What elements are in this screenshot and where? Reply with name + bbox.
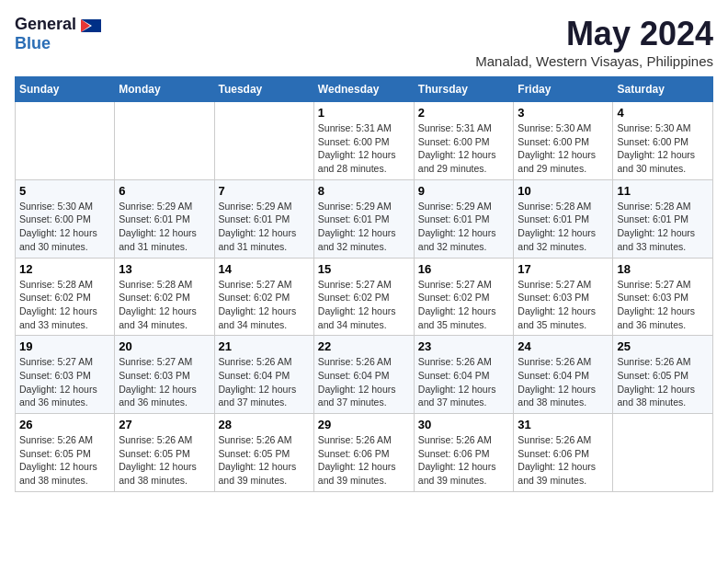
calendar-week-row: 26Sunrise: 5:26 AM Sunset: 6:05 PM Dayli… <box>16 414 713 492</box>
calendar-cell: 19Sunrise: 5:27 AM Sunset: 6:03 PM Dayli… <box>16 336 115 414</box>
day-info: Sunrise: 5:26 AM Sunset: 6:05 PM Dayligh… <box>219 433 310 488</box>
day-info: Sunrise: 5:26 AM Sunset: 6:04 PM Dayligh… <box>318 355 410 409</box>
day-info: Sunrise: 5:30 AM Sunset: 6:00 PM Dayligh… <box>617 121 709 176</box>
day-number: 17 <box>518 262 609 276</box>
day-number: 10 <box>518 184 609 198</box>
calendar-week-row: 12Sunrise: 5:28 AM Sunset: 6:02 PM Dayli… <box>16 258 713 336</box>
day-info: Sunrise: 5:26 AM Sunset: 6:05 PM Dayligh… <box>617 355 709 409</box>
calendar-cell: 16Sunrise: 5:27 AM Sunset: 6:02 PM Dayli… <box>414 258 514 336</box>
calendar-header-tuesday: Tuesday <box>214 77 313 102</box>
calendar-cell: 13Sunrise: 5:28 AM Sunset: 6:02 PM Dayli… <box>115 258 214 336</box>
logo: General Blue <box>15 15 101 53</box>
day-number: 5 <box>19 184 110 198</box>
calendar-cell: 8Sunrise: 5:29 AM Sunset: 6:01 PM Daylig… <box>313 179 414 258</box>
calendar-cell: 25Sunrise: 5:26 AM Sunset: 6:05 PM Dayli… <box>613 336 713 414</box>
location-title: Manalad, Western Visayas, Philippines <box>475 53 713 69</box>
day-info: Sunrise: 5:27 AM Sunset: 6:02 PM Dayligh… <box>318 278 410 332</box>
day-number: 6 <box>119 184 210 198</box>
day-info: Sunrise: 5:26 AM Sunset: 6:06 PM Dayligh… <box>318 433 410 488</box>
day-info: Sunrise: 5:30 AM Sunset: 6:00 PM Dayligh… <box>518 121 609 176</box>
day-info: Sunrise: 5:31 AM Sunset: 6:00 PM Dayligh… <box>318 121 410 176</box>
day-info: Sunrise: 5:28 AM Sunset: 6:02 PM Dayligh… <box>19 278 110 332</box>
day-info: Sunrise: 5:27 AM Sunset: 6:03 PM Dayligh… <box>19 355 110 409</box>
day-number: 3 <box>518 106 609 120</box>
day-info: Sunrise: 5:27 AM Sunset: 6:03 PM Dayligh… <box>518 278 609 332</box>
calendar-cell: 11Sunrise: 5:28 AM Sunset: 6:01 PM Dayli… <box>613 179 713 258</box>
day-number: 9 <box>418 184 510 198</box>
calendar-cell: 10Sunrise: 5:28 AM Sunset: 6:01 PM Dayli… <box>514 179 613 258</box>
calendar-cell: 15Sunrise: 5:27 AM Sunset: 6:02 PM Dayli… <box>313 258 414 336</box>
calendar-cell: 5Sunrise: 5:30 AM Sunset: 6:00 PM Daylig… <box>16 179 115 258</box>
calendar-cell <box>115 102 214 180</box>
calendar-cell: 9Sunrise: 5:29 AM Sunset: 6:01 PM Daylig… <box>414 179 514 258</box>
day-info: Sunrise: 5:26 AM Sunset: 6:05 PM Dayligh… <box>119 433 210 488</box>
day-number: 7 <box>219 184 310 198</box>
logo-flag-icon <box>81 19 101 32</box>
calendar-cell: 2Sunrise: 5:31 AM Sunset: 6:00 PM Daylig… <box>414 102 514 180</box>
day-number: 8 <box>318 184 410 198</box>
month-title: May 2024 <box>475 15 713 53</box>
day-number: 16 <box>418 262 510 276</box>
logo-general-text: General <box>15 15 76 34</box>
day-number: 27 <box>119 418 210 431</box>
calendar-cell <box>16 102 115 180</box>
calendar-cell: 26Sunrise: 5:26 AM Sunset: 6:05 PM Dayli… <box>16 414 115 492</box>
calendar-header-thursday: Thursday <box>414 77 514 102</box>
calendar-cell: 27Sunrise: 5:26 AM Sunset: 6:05 PM Dayli… <box>115 414 214 492</box>
logo-blue-text: Blue <box>15 34 51 52</box>
calendar-cell: 3Sunrise: 5:30 AM Sunset: 6:00 PM Daylig… <box>514 102 613 180</box>
calendar-header-friday: Friday <box>514 77 613 102</box>
day-number: 12 <box>19 262 110 276</box>
calendar-cell: 23Sunrise: 5:26 AM Sunset: 6:04 PM Dayli… <box>414 336 514 414</box>
day-info: Sunrise: 5:26 AM Sunset: 6:04 PM Dayligh… <box>518 355 609 409</box>
calendar-header-saturday: Saturday <box>613 77 713 102</box>
day-info: Sunrise: 5:26 AM Sunset: 6:06 PM Dayligh… <box>418 433 510 488</box>
calendar-header-monday: Monday <box>115 77 214 102</box>
day-number: 30 <box>418 418 510 431</box>
day-number: 1 <box>318 106 410 120</box>
calendar-cell: 12Sunrise: 5:28 AM Sunset: 6:02 PM Dayli… <box>16 258 115 336</box>
day-number: 13 <box>119 262 210 276</box>
day-info: Sunrise: 5:26 AM Sunset: 6:05 PM Dayligh… <box>19 433 110 488</box>
day-info: Sunrise: 5:29 AM Sunset: 6:01 PM Dayligh… <box>219 200 310 254</box>
calendar-cell: 6Sunrise: 5:29 AM Sunset: 6:01 PM Daylig… <box>115 179 214 258</box>
day-number: 2 <box>418 106 510 120</box>
calendar-cell: 20Sunrise: 5:27 AM Sunset: 6:03 PM Dayli… <box>115 336 214 414</box>
day-info: Sunrise: 5:28 AM Sunset: 6:01 PM Dayligh… <box>617 200 709 254</box>
calendar-table: SundayMondayTuesdayWednesdayThursdayFrid… <box>15 76 713 492</box>
calendar-cell: 18Sunrise: 5:27 AM Sunset: 6:03 PM Dayli… <box>613 258 713 336</box>
calendar-cell: 24Sunrise: 5:26 AM Sunset: 6:04 PM Dayli… <box>514 336 613 414</box>
day-number: 25 <box>617 339 709 353</box>
calendar-week-row: 19Sunrise: 5:27 AM Sunset: 6:03 PM Dayli… <box>16 336 713 414</box>
title-section: May 2024 Manalad, Western Visayas, Phili… <box>475 15 713 69</box>
day-info: Sunrise: 5:29 AM Sunset: 6:01 PM Dayligh… <box>119 200 210 254</box>
calendar-header-sunday: Sunday <box>16 77 115 102</box>
calendar-cell: 21Sunrise: 5:26 AM Sunset: 6:04 PM Dayli… <box>214 336 313 414</box>
day-info: Sunrise: 5:26 AM Sunset: 6:04 PM Dayligh… <box>418 355 510 409</box>
day-number: 11 <box>617 184 709 198</box>
calendar-cell: 28Sunrise: 5:26 AM Sunset: 6:05 PM Dayli… <box>214 414 313 492</box>
day-info: Sunrise: 5:27 AM Sunset: 6:03 PM Dayligh… <box>617 278 709 332</box>
day-number: 22 <box>318 339 410 353</box>
day-info: Sunrise: 5:26 AM Sunset: 6:04 PM Dayligh… <box>219 355 310 409</box>
day-info: Sunrise: 5:27 AM Sunset: 6:02 PM Dayligh… <box>219 278 310 332</box>
day-number: 14 <box>219 262 310 276</box>
day-info: Sunrise: 5:27 AM Sunset: 6:03 PM Dayligh… <box>119 355 210 409</box>
day-info: Sunrise: 5:31 AM Sunset: 6:00 PM Dayligh… <box>418 121 510 176</box>
calendar-cell: 31Sunrise: 5:26 AM Sunset: 6:06 PM Dayli… <box>514 414 613 492</box>
day-number: 15 <box>318 262 410 276</box>
day-info: Sunrise: 5:27 AM Sunset: 6:02 PM Dayligh… <box>418 278 510 332</box>
day-info: Sunrise: 5:29 AM Sunset: 6:01 PM Dayligh… <box>318 200 410 254</box>
day-info: Sunrise: 5:26 AM Sunset: 6:06 PM Dayligh… <box>518 433 609 488</box>
day-info: Sunrise: 5:30 AM Sunset: 6:00 PM Dayligh… <box>19 200 110 254</box>
day-info: Sunrise: 5:28 AM Sunset: 6:01 PM Dayligh… <box>518 200 609 254</box>
day-number: 28 <box>219 418 310 431</box>
calendar-cell: 7Sunrise: 5:29 AM Sunset: 6:01 PM Daylig… <box>214 179 313 258</box>
day-info: Sunrise: 5:28 AM Sunset: 6:02 PM Dayligh… <box>119 278 210 332</box>
page-header: General Blue May 2024 Manalad, Western V… <box>15 15 713 69</box>
day-number: 31 <box>518 418 609 431</box>
calendar-cell: 1Sunrise: 5:31 AM Sunset: 6:00 PM Daylig… <box>313 102 414 180</box>
day-number: 4 <box>617 106 709 120</box>
calendar-cell <box>613 414 713 492</box>
calendar-week-row: 1Sunrise: 5:31 AM Sunset: 6:00 PM Daylig… <box>16 102 713 180</box>
